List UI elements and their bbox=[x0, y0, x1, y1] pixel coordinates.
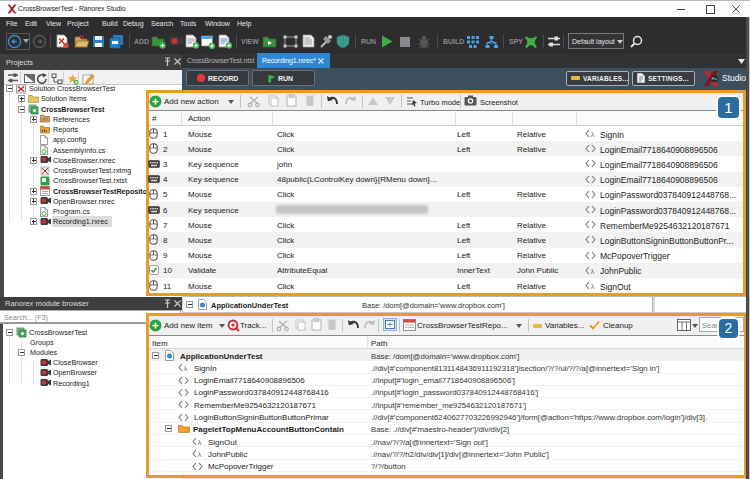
svg-text:λ: λ bbox=[198, 438, 202, 447]
svg-text:λ: λ bbox=[591, 266, 595, 275]
svg-text:Rx: Rx bbox=[712, 76, 718, 81]
svg-text:λ: λ bbox=[591, 130, 595, 139]
svg-text:λ: λ bbox=[198, 450, 202, 459]
svg-text:λ: λ bbox=[184, 364, 188, 373]
svg-text:λ: λ bbox=[591, 282, 595, 291]
